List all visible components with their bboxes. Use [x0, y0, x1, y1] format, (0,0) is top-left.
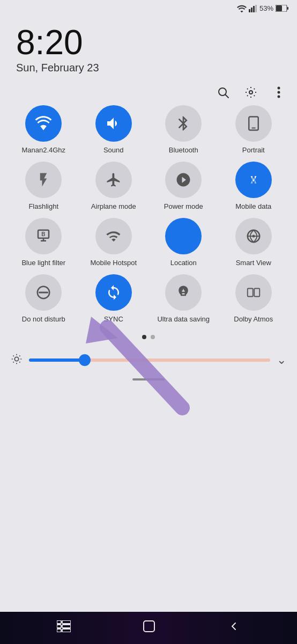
battery-icon	[276, 5, 288, 12]
svg-rect-6	[287, 7, 289, 10]
date-display: Sun, February 23	[16, 62, 281, 74]
recent-apps-button[interactable]	[57, 620, 71, 635]
qs-label-flashlight: Flashlight	[28, 202, 58, 211]
qs-icon-dolby	[235, 274, 272, 311]
home-bar	[132, 378, 165, 380]
qs-label-dolby: Dolby Atmos	[234, 315, 273, 324]
qs-icon-ultrasaving	[165, 274, 202, 311]
qs-item-airplane[interactable]: Airplane mode	[81, 162, 147, 211]
svg-rect-5	[276, 5, 282, 11]
svg-point-28	[14, 357, 18, 361]
search-button[interactable]	[216, 85, 231, 100]
more-options-button[interactable]	[271, 85, 286, 100]
brightness-thumb[interactable]	[79, 354, 91, 366]
qs-label-bluetooth: Bluetooth	[169, 146, 198, 155]
quick-settings-grid: Manan2.4GhzSoundBluetoothPortraitFlashli…	[0, 105, 297, 324]
qs-label-airplane: Airplane mode	[91, 202, 136, 211]
home-button[interactable]	[142, 619, 156, 636]
svg-rect-38	[57, 625, 61, 628]
svg-rect-41	[62, 625, 71, 628]
qs-icon-location	[165, 218, 202, 254]
svg-line-36	[19, 355, 20, 356]
qs-label-ultrasaving: Ultra data saving	[157, 315, 210, 324]
qs-label-sync: SYNC	[104, 315, 123, 324]
svg-point-9	[249, 91, 253, 94]
qs-label-wifi: Manan2.4Ghz	[21, 146, 65, 155]
qs-item-hotspot[interactable]: Mobile Hotspot	[81, 218, 147, 268]
wifi-icon	[237, 5, 247, 12]
qs-item-smartview[interactable]: Smart View	[221, 218, 287, 268]
svg-rect-42	[62, 629, 71, 632]
settings-button[interactable]	[243, 85, 258, 100]
qs-icon-bluetooth	[165, 105, 202, 142]
qs-item-mobiledata[interactable]: Mobile data	[221, 162, 287, 211]
svg-rect-39	[57, 629, 61, 632]
qs-label-smartview: Smart View	[236, 259, 271, 268]
qs-label-mobiledata: Mobile data	[235, 202, 271, 211]
time-section: 8:20 Sun, February 23	[0, 14, 297, 79]
qs-label-donotdisturb: Do not disturb	[22, 315, 65, 324]
qs-item-sound[interactable]: Sound	[81, 105, 147, 155]
qs-label-bluelight: Blue light filter	[21, 259, 65, 268]
svg-rect-1	[251, 8, 253, 12]
qs-item-flashlight[interactable]: Flashlight	[11, 162, 77, 211]
qs-label-portrait: Portrait	[242, 146, 265, 155]
svg-line-35	[13, 362, 14, 362]
svg-rect-43	[144, 621, 154, 632]
page-dots	[0, 335, 297, 339]
back-button[interactable]	[227, 620, 240, 636]
qs-icon-donotdisturb	[25, 274, 62, 311]
qs-icon-bluelight: B	[25, 218, 62, 254]
svg-rect-14	[251, 128, 256, 129]
svg-rect-3	[255, 5, 257, 12]
qs-icon-powermode	[165, 162, 202, 198]
qs-icon-sync	[95, 274, 132, 311]
qs-label-hotspot: Mobile Hotspot	[90, 259, 137, 268]
qs-icon-hotspot	[95, 218, 132, 254]
svg-rect-0	[249, 9, 250, 12]
svg-point-11	[278, 91, 280, 94]
qs-label-powermode: Power mode	[164, 202, 203, 211]
svg-point-21	[252, 235, 255, 237]
svg-rect-2	[253, 6, 255, 12]
qs-icon-mobiledata	[235, 162, 272, 198]
svg-text:B: B	[42, 231, 46, 237]
svg-rect-25	[254, 288, 259, 296]
status-bar: 53%	[0, 0, 297, 14]
qs-item-powermode[interactable]: Power mode	[151, 162, 217, 211]
qs-item-dolby[interactable]: Dolby Atmos	[221, 274, 287, 324]
brightness-control[interactable]: ⌄	[0, 345, 297, 376]
time-display: 8:20	[16, 25, 281, 60]
qs-label-location: Location	[170, 259, 197, 268]
qs-item-portrait[interactable]: Portrait	[221, 105, 287, 155]
battery-percent: 53%	[259, 4, 273, 12]
svg-rect-37	[57, 620, 61, 624]
page-dot-2[interactable]	[151, 335, 155, 339]
svg-rect-24	[248, 288, 253, 296]
toolbar	[0, 79, 297, 105]
qs-item-location[interactable]: Location	[151, 218, 217, 268]
svg-line-8	[226, 95, 229, 98]
qs-item-sync[interactable]: SYNC	[81, 274, 147, 324]
qs-item-donotdisturb[interactable]: Do not disturb	[11, 274, 77, 324]
qs-item-ultrasaving[interactable]: Ultra data saving	[151, 274, 217, 324]
status-icons: 53%	[237, 4, 288, 12]
brightness-track[interactable]	[29, 358, 270, 362]
qs-item-bluetooth[interactable]: Bluetooth	[151, 105, 217, 155]
qs-item-wifi[interactable]: Manan2.4Ghz	[11, 105, 77, 155]
qs-label-sound: Sound	[103, 146, 124, 155]
qs-icon-portrait	[235, 105, 272, 142]
svg-rect-40	[62, 620, 71, 624]
signal-icon	[249, 5, 257, 12]
home-indicator	[0, 378, 297, 380]
navigation-bar	[0, 612, 297, 644]
svg-line-34	[19, 362, 20, 362]
page-dot-1[interactable]	[142, 335, 146, 339]
svg-point-10	[278, 87, 280, 90]
qs-icon-flashlight	[25, 162, 62, 198]
svg-point-12	[278, 96, 280, 98]
qs-item-bluelight[interactable]: BBlue light filter	[11, 218, 77, 268]
qs-icon-airplane	[95, 162, 132, 198]
brightness-expand-icon[interactable]: ⌄	[277, 353, 286, 367]
svg-line-33	[13, 355, 14, 356]
